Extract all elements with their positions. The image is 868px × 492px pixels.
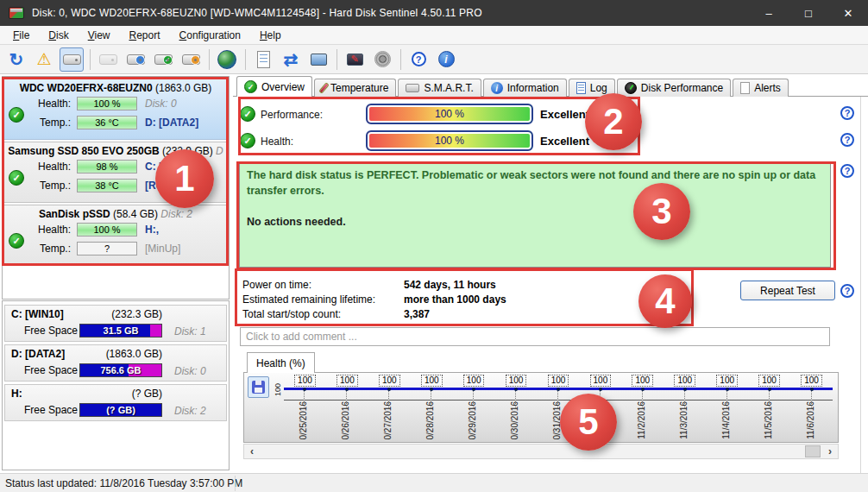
chart-date-label: 11/4/2016 xyxy=(721,401,731,439)
status-text: The hard disk status is PERFECT. Problem… xyxy=(247,167,823,199)
disk-item-sandisk[interactable]: SanDisk pSSD (58.4 GB) Disk: 2 ✓ Health:… xyxy=(3,205,228,266)
disk-item-wdc[interactable]: WDC WD20EFRX-68EUZN0 (1863.0 GB) ✓ Healt… xyxy=(3,79,228,140)
tab-log[interactable]: Log xyxy=(569,79,615,97)
free-space-bar: (? GB) xyxy=(79,403,162,417)
chart-point-marker xyxy=(810,388,814,391)
temp-label: Temp.: xyxy=(27,117,77,129)
alerts-icon xyxy=(740,82,750,94)
disk-overview-icon[interactable] xyxy=(60,47,84,72)
floppy-icon xyxy=(252,381,265,394)
disk-item-samsung[interactable]: Samsung SSD 850 EVO 250GB (232.9 GB) D ✓… xyxy=(3,142,228,203)
comment-input[interactable] xyxy=(240,327,830,346)
status-bar-text: Status last updated: 11/8/2016 Tuesday 3… xyxy=(5,477,242,489)
disk-partitions: [MinUp] xyxy=(145,243,180,255)
health-chart: 100 1000/25/20161000/26/20161000/27/2016… xyxy=(243,372,839,443)
chart-point-marker xyxy=(599,388,602,391)
disk-partitions: [Recovery] xyxy=(145,180,198,192)
tab-information[interactable]: iInformation xyxy=(483,79,567,97)
chart-point: 10011/6/2016 xyxy=(790,373,833,442)
disk-size: (232.9 GB) xyxy=(162,145,213,157)
health-bar: 100 % xyxy=(366,130,533,151)
partition-item-d[interactable]: D: [DATA2] (1863.0 GB) Free Space 756.6 … xyxy=(4,344,227,382)
health-help-icon[interactable]: ? xyxy=(840,133,854,147)
performance-label: Performance: xyxy=(261,109,323,121)
app-window: Disk: 0, WDC WD20EFRX-68EUZN0 [WD-WMC4M1… xyxy=(0,0,868,492)
chart-date-label: 0/25/2016 xyxy=(299,401,308,440)
repeat-test-help-icon[interactable]: ? xyxy=(840,284,854,298)
main-content: ✓Overview Temperature S.M.A.R.T. iInform… xyxy=(233,74,868,473)
performance-help-icon[interactable]: ? xyxy=(840,106,854,120)
title-bar: Disk: 0, WDC WD20EFRX-68EUZN0 [WD-WMC4M1… xyxy=(0,0,868,26)
health-label: Health: xyxy=(27,224,77,236)
menu-view[interactable]: View xyxy=(79,28,120,43)
refresh-icon[interactable]: ↻ xyxy=(4,47,28,72)
chart-point-marker xyxy=(557,388,560,391)
performance-ok-icon: ✓ xyxy=(240,106,255,122)
network-globe-icon[interactable] xyxy=(215,47,239,72)
hardware-test-icon[interactable]: ✎ xyxy=(343,47,367,72)
chart-date-label: 0/28/2016 xyxy=(425,401,435,440)
health-bar: 100 % xyxy=(77,97,137,110)
status-help-icon[interactable]: ? xyxy=(840,164,854,178)
save-chart-button[interactable] xyxy=(248,376,269,398)
report-icon[interactable] xyxy=(251,47,275,72)
chart-point-marker xyxy=(683,388,687,391)
menu-configuration[interactable]: Configuration xyxy=(170,28,250,43)
health-bar: 100 % xyxy=(77,223,137,237)
repeat-test-button[interactable]: Repeat Test xyxy=(740,281,835,300)
minimize-button[interactable]: – xyxy=(749,0,789,26)
acoustic-icon[interactable] xyxy=(370,47,394,72)
menu-report[interactable]: Report xyxy=(120,28,170,43)
tab-temperature[interactable]: Temperature xyxy=(314,79,396,97)
chart-date-label: 11/1/2016 xyxy=(594,401,604,439)
scrollbar-thumb[interactable] xyxy=(805,445,821,457)
remaining-lifetime-label: Estimated remaining lifetime: xyxy=(242,293,375,306)
health-rating: Excellent xyxy=(540,135,589,148)
disk-search-icon[interactable] xyxy=(179,47,203,72)
chart-point-marker xyxy=(514,388,518,391)
tab-alerts[interactable]: Alerts xyxy=(733,79,789,97)
menu-help[interactable]: Help xyxy=(250,28,291,43)
menu-file[interactable]: File xyxy=(3,28,39,43)
free-space-label: Free Space xyxy=(24,325,78,337)
chart-point-marker xyxy=(303,388,306,391)
menu-bar: File Disk View Report Configuration Help xyxy=(0,26,868,45)
partition-item-h[interactable]: H: (? GB) Free Space (? GB) Disk: 2 xyxy=(4,384,227,421)
performance-bar: 100 % xyxy=(366,104,533,124)
remote-monitor-icon[interactable] xyxy=(306,47,330,72)
chart-date-label: 11/3/2016 xyxy=(679,401,689,439)
close-button[interactable]: ✕ xyxy=(828,0,868,26)
disk-disabled-icon[interactable] xyxy=(96,47,120,72)
chart-point-marker xyxy=(641,388,645,391)
menu-disk[interactable]: Disk xyxy=(39,28,78,43)
disk-accept-icon[interactable]: ✓ xyxy=(151,47,175,72)
disk-number: Disk: 2 xyxy=(160,208,192,220)
partition-item-c[interactable]: C: [WIN10] (232.3 GB) Free Space 31.5 GB… xyxy=(4,305,227,342)
warning-icon[interactable]: ⚠ xyxy=(32,47,56,72)
chart-date-label: 0/31/2016 xyxy=(552,401,562,440)
toolbar-separator xyxy=(400,49,401,70)
performance-rating: Excellent xyxy=(540,108,589,121)
tab-overview[interactable]: ✓Overview xyxy=(236,76,312,97)
start-stop-count-value: 3,387 xyxy=(404,308,430,320)
scroll-left-icon[interactable]: ‹ xyxy=(245,445,259,458)
chart-scrollbar[interactable]: ‹ › xyxy=(243,444,839,459)
scroll-right-icon[interactable]: › xyxy=(823,445,837,458)
chart-value-label: 100 xyxy=(632,375,653,387)
disk-clock-icon[interactable] xyxy=(123,47,148,72)
help-icon[interactable]: ? xyxy=(406,47,431,72)
tab-disk-performance[interactable]: Disk Performance xyxy=(617,79,731,97)
thermometer-icon xyxy=(318,82,330,94)
tab-smart[interactable]: S.M.A.R.T. xyxy=(398,79,481,97)
toolbar-separator xyxy=(90,49,91,70)
info-icon[interactable]: i xyxy=(434,47,458,72)
sync-icon[interactable]: ⇄ xyxy=(279,47,303,72)
chart-value-label: 100 xyxy=(716,375,738,387)
disk-status-ok-icon: ✓ xyxy=(9,107,24,123)
chart-date-label: 11/2/2016 xyxy=(637,401,646,439)
maximize-button[interactable]: □ xyxy=(789,0,828,26)
window-title: Disk: 0, WDC WD20EFRX-68EUZN0 [WD-WMC4M1… xyxy=(32,7,482,19)
health-chart-tab[interactable]: Health (%) xyxy=(247,352,315,373)
chart-ticks: 1000/25/20161000/26/20161000/27/20161000… xyxy=(284,373,833,442)
disk-number: Disk: 0 xyxy=(145,98,177,110)
